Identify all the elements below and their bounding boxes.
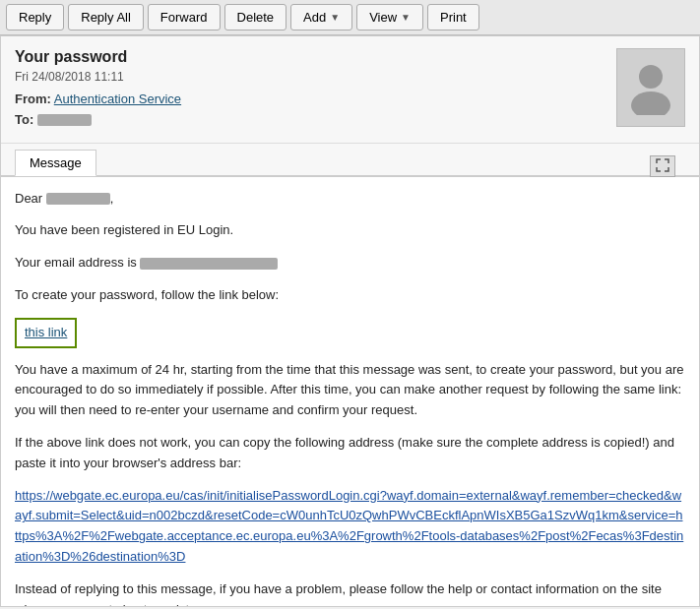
message-tab[interactable]: Message: [15, 150, 96, 176]
add-button[interactable]: Add ▼: [290, 4, 352, 30]
email-container: Your password Fri 24/08/2018 11:11 From:…: [0, 35, 700, 607]
long-url-link[interactable]: https://webgate.ec.europa.eu/cas/init/in…: [15, 488, 683, 564]
from-name[interactable]: Authentication Service: [54, 91, 181, 106]
email-body: Dear , You have been registered in EU Lo…: [1, 177, 699, 607]
forward-button[interactable]: Forward: [148, 4, 221, 30]
svg-point-1: [631, 91, 670, 115]
tab-bar: Message: [1, 144, 699, 176]
to-redacted: [37, 114, 92, 126]
print-button[interactable]: Print: [427, 4, 479, 30]
expand-button[interactable]: [650, 155, 675, 177]
para5: If the above link does not work, you can…: [15, 433, 685, 474]
view-button[interactable]: View ▼: [356, 4, 423, 30]
password-link-box: this link: [15, 318, 77, 348]
long-url-line: https://webgate.ec.europa.eu/cas/init/in…: [15, 486, 685, 568]
email-from: From: Authentication Service: [15, 90, 685, 110]
para1: You have been registered in EU Login.: [15, 220, 685, 241]
tab-area: Message: [1, 144, 699, 177]
para3: To create your password, follow the link…: [15, 285, 685, 306]
from-label: From:: [15, 91, 51, 106]
svg-point-0: [639, 65, 663, 89]
person-icon: [629, 61, 673, 115]
add-dropdown-arrow: ▼: [330, 12, 340, 23]
email-to: To:: [15, 110, 685, 131]
email-subject: Your password: [15, 48, 685, 66]
para2-line: Your email address is: [15, 253, 685, 274]
para4: You have a maximum of 24 hr, starting fr…: [15, 360, 685, 421]
expand-area: [650, 150, 689, 177]
to-label: To:: [15, 112, 33, 127]
avatar: [616, 48, 685, 127]
expand-icon: [656, 158, 669, 172]
delete-button[interactable]: Delete: [224, 4, 287, 30]
reply-all-button[interactable]: Reply All: [68, 4, 144, 30]
para6: Instead of replying to this message, if …: [15, 579, 685, 607]
reply-button[interactable]: Reply: [6, 4, 64, 30]
greeting-line: Dear ,: [15, 189, 685, 210]
greeting-name-redacted: [46, 193, 110, 205]
email-header: Your password Fri 24/08/2018 11:11 From:…: [1, 36, 699, 144]
this-link[interactable]: this link: [25, 325, 67, 339]
email-address-redacted: [140, 258, 278, 270]
view-dropdown-arrow: ▼: [401, 12, 411, 23]
email-toolbar: Reply Reply All Forward Delete Add ▼ Vie…: [0, 0, 700, 35]
email-date: Fri 24/08/2018 11:11: [15, 70, 685, 84]
